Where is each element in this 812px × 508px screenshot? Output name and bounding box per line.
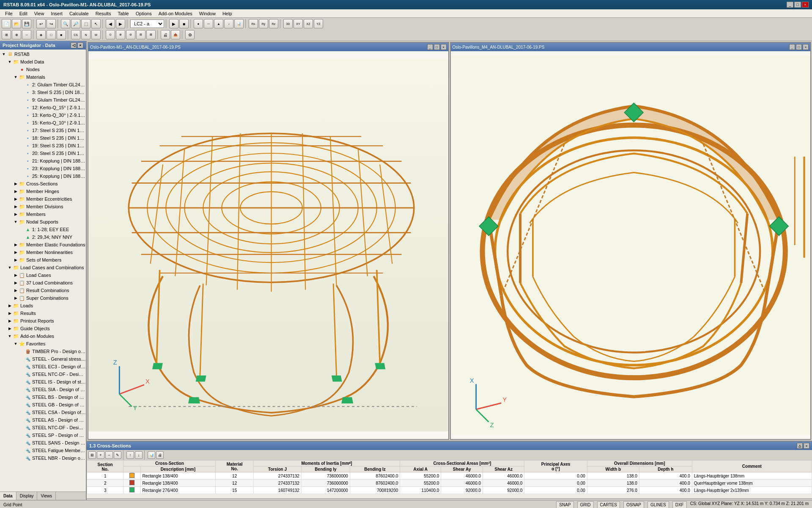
tb-tbl-6[interactable]: ↓: [135, 451, 143, 459]
menu-results[interactable]: Results: [92, 10, 115, 17]
tree-node-favorites[interactable]: ▼ ⭐ Favorites: [0, 340, 86, 348]
fav-steel-ntcdf[interactable]: 🔩 STEEL NTC-DF - Design of steel mem: [0, 370, 86, 378]
tree-node-model-data[interactable]: ▼ 📁 Model Data: [0, 58, 86, 66]
tree-container[interactable]: ▼ 🖥 RSTAB ▼ 📁 Model Data ● Nodes ▼ 📁 Mat…: [0, 50, 86, 491]
status-cartes[interactable]: CARTES: [597, 501, 620, 508]
fav-steel-gs[interactable]: 🔩 STEEL - General stress analysis of s: [0, 355, 86, 363]
tree-node-ns-1[interactable]: ▲ 1: 1-28; EEY EEE: [0, 226, 86, 233]
tb-stop[interactable]: ■: [179, 19, 189, 28]
tb-member-label[interactable]: M: [91, 30, 101, 39]
tree-node-members[interactable]: ▶ 📁 Members: [0, 210, 86, 218]
tb-open[interactable]: 📂: [12, 19, 21, 28]
tree-node-mat-3[interactable]: ▪ 3: Steel S 235 | DIN 18800:1990-: [0, 88, 86, 96]
tree-node-nonlinear[interactable]: ▶ 📁 Member Nonlinearities: [0, 248, 86, 256]
view-left-max[interactable]: □: [434, 44, 440, 50]
tb-view-xy[interactable]: XY: [294, 19, 303, 28]
tb-supports[interactable]: ▲: [214, 19, 223, 28]
tb-tbl-1[interactable]: ⊞: [88, 451, 96, 459]
tree-node-mat-2[interactable]: ▪ 2: Glulam Timber GL24h | DIN: [0, 81, 86, 88]
tree-node-result-comb[interactable]: ▶ 📋 Result Combinations: [0, 287, 86, 294]
nav-btn-2[interactable]: ×: [77, 42, 83, 48]
tb-loads[interactable]: ↓: [224, 19, 233, 28]
tree-node-load-cases[interactable]: ▶ 📋 Load Cases: [0, 271, 86, 279]
panel-tab-display[interactable]: Display: [16, 492, 38, 500]
minimize-button[interactable]: _: [787, 2, 793, 8]
table-container[interactable]: SectionNo. Cross-Section MaterialNo. Mom…: [87, 460, 812, 498]
menu-edit[interactable]: Edit: [16, 10, 31, 17]
tb-section-label[interactable]: CS: [71, 30, 80, 39]
tb-tbl-7[interactable]: 📊: [148, 451, 155, 459]
lc-combo[interactable]: LC2 - a: [130, 19, 164, 28]
status-grid[interactable]: GRID: [577, 501, 594, 508]
tb-zoom-all[interactable]: ⬚: [81, 19, 91, 28]
tb-rotate-y[interactable]: Ry: [259, 19, 268, 28]
tb-render[interactable]: ◈: [36, 30, 46, 39]
tb-next[interactable]: ▶: [116, 19, 125, 28]
expand-nodes[interactable]: [13, 66, 19, 72]
table-row[interactable]: 1 Rectangle 138/400 12 274337132 7360000…: [87, 472, 812, 480]
tree-node-mat-17[interactable]: ▪ 17: Steel S 235 | DIN 18800:199C: [0, 127, 86, 134]
fav-steel-sp[interactable]: 🔩 STEEL SP - Design of steel membe: [0, 431, 86, 439]
tree-node-hinges[interactable]: ▶ 📁 Member Hinges: [0, 188, 86, 195]
tb-run[interactable]: ▶: [169, 19, 178, 28]
fav-steel-is[interactable]: 🔩 STEEL IS - Design of steel member: [0, 378, 86, 386]
tree-node-addon[interactable]: ▼ 📁 Add-on Modules: [0, 332, 86, 340]
view-left-min[interactable]: _: [427, 44, 433, 50]
tb-undo[interactable]: ↩: [36, 19, 46, 28]
tree-node-ns-2[interactable]: ▲ 2: 29,34; NNY NNY: [0, 233, 86, 241]
tree-node-results[interactable]: ▶ 📁 Results: [0, 309, 86, 317]
menu-help[interactable]: Help: [219, 10, 236, 17]
tree-node-mat-20[interactable]: ▪ 20: Steel S 235 | DIN 18800:199C: [0, 149, 86, 157]
tree-node-eccentricities[interactable]: ▶ 📁 Member Eccentricities: [0, 195, 86, 203]
tb-print[interactable]: 🖨: [161, 30, 170, 39]
fav-steel-csa[interactable]: 🔩 STEEL CSA - Design of steel mem: [0, 409, 86, 416]
menu-table[interactable]: Table: [114, 10, 132, 17]
status-dxf[interactable]: DXF: [672, 501, 687, 508]
fav-steel-gb[interactable]: 🔩 STEEL GB - Design of steel membe: [0, 401, 86, 409]
tree-node-elastic[interactable]: ▶ 📁 Member Elastic Foundations: [0, 241, 86, 248]
cs-btn-2[interactable]: ×: [804, 443, 809, 449]
view-right-canvas[interactable]: Y Z X: [451, 51, 811, 439]
tree-node-printout[interactable]: ▶ 📁 Printout Reports: [0, 317, 86, 325]
nav-btn-1[interactable]: ◁: [71, 42, 77, 48]
tree-node-loads[interactable]: ▶ 📁 Loads: [0, 302, 86, 309]
menu-window[interactable]: Window: [196, 10, 219, 17]
tree-node-nodal-supports[interactable]: ▼ 📁 Nodal Supports: [0, 218, 86, 226]
tb-rotate-x[interactable]: Rx: [249, 19, 258, 28]
status-glines[interactable]: GLINES: [647, 501, 669, 508]
view-right-min[interactable]: _: [789, 44, 795, 50]
tree-node-divisions[interactable]: ▶ 📁 Member Divisions: [0, 203, 86, 210]
menu-insert[interactable]: Insert: [47, 10, 66, 17]
fav-timber-pro[interactable]: 🪵 TIMBER Pro - Design of timb: [0, 348, 86, 355]
table-row[interactable]: 2 Rectangle 138/400 12 274337132 7360000…: [87, 480, 812, 487]
fav-steel-as[interactable]: 🔩 STEEL AS - Design of steel membe: [0, 416, 86, 424]
tb-zoom-in[interactable]: 🔍: [61, 19, 70, 28]
menu-file[interactable]: File: [2, 10, 16, 17]
tree-node-nodes[interactable]: ● Nodes: [0, 66, 86, 73]
expand-model-data[interactable]: ▼: [7, 59, 13, 65]
tree-node-sets[interactable]: ▶ 📁 Sets of Members: [0, 256, 86, 264]
tb-solid[interactable]: ■: [57, 30, 66, 39]
fav-steel-ntcdf2[interactable]: 🔩 STEEL NTC-DF - Design of steel m: [0, 424, 86, 431]
tb-tbl-5[interactable]: ↑: [126, 451, 134, 459]
cs-btn-1[interactable]: △: [797, 443, 803, 449]
tree-node-mat-9[interactable]: ▪ 9: Glulam Timber GL24h | DIN: [0, 96, 86, 104]
status-snap[interactable]: SNAP: [556, 501, 573, 508]
tb-view-xyz[interactable]: 3D: [283, 19, 293, 28]
tb-more-3[interactable]: ⊘: [126, 30, 135, 39]
tree-node-rstab[interactable]: ▼ 🖥 RSTAB: [0, 50, 86, 58]
tb-more-2[interactable]: ⊗: [116, 30, 125, 39]
tree-node-cross[interactable]: ▶ 📁 Cross-Sections: [0, 180, 86, 188]
tb-save[interactable]: 💾: [22, 19, 31, 28]
view-right-close[interactable]: ×: [803, 44, 809, 50]
menu-addon[interactable]: Add-on Modules: [155, 10, 196, 17]
tb-more-4[interactable]: ⊞: [136, 30, 145, 39]
tb-nodes[interactable]: ●: [194, 19, 203, 28]
tree-node-mat-18[interactable]: ▪ 18: Steel S 235 | DIN 18800:199C: [0, 134, 86, 142]
fav-steel-ec3[interactable]: 🔩 STEEL EC3 - Design of steel mem: [0, 363, 86, 370]
tree-node-mat-25[interactable]: ▪ 25: Kopplung | DIN 18800:1990: [0, 172, 86, 180]
tb-settings[interactable]: ⚙: [185, 30, 195, 39]
tb-view-xz[interactable]: XZ: [304, 19, 313, 28]
tb-rotate-z[interactable]: Rz: [269, 19, 278, 28]
tree-node-mat-23[interactable]: ▪ 23: Kopplung | DIN 18800:1990: [0, 165, 86, 172]
